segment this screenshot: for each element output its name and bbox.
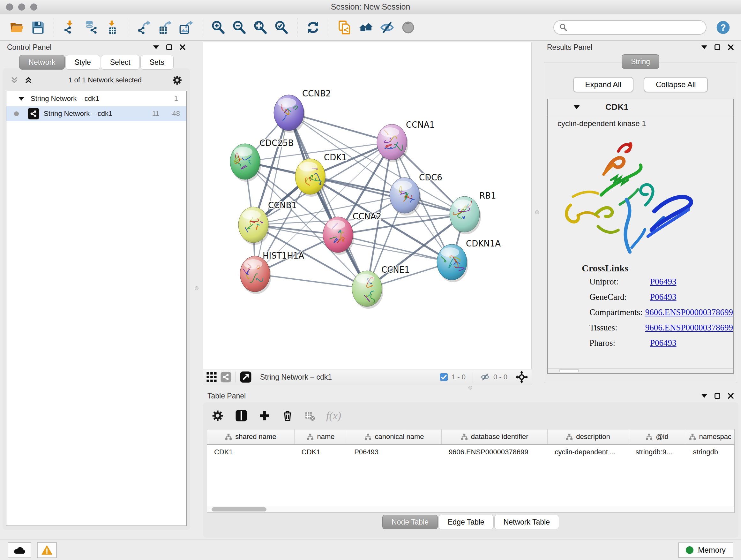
float-panel-icon[interactable] <box>714 393 721 399</box>
network-node-CDK1[interactable] <box>295 159 327 197</box>
birds-eye-grid-icon[interactable] <box>206 372 217 382</box>
network-options-gear-icon[interactable] <box>172 75 183 85</box>
zoom-in-button[interactable] <box>209 18 227 37</box>
results-scrollbar[interactable] <box>548 368 733 373</box>
left-splitter-grip[interactable] <box>195 287 199 290</box>
import-network-button[interactable] <box>61 18 79 37</box>
bottom-splitter-grip[interactable] <box>468 386 472 389</box>
crosslink-label: Compartments: <box>590 307 645 317</box>
panel-menu-icon[interactable] <box>701 394 707 398</box>
compartments-link[interactable]: 9606.ENSP00000378699 <box>645 307 733 317</box>
search-icon <box>559 23 567 32</box>
genecard-link[interactable]: P06493 <box>650 292 677 302</box>
home-button[interactable] <box>357 18 375 37</box>
network-collection-row[interactable]: String Network – cdk1 1 <box>6 91 186 106</box>
help-button[interactable]: ? <box>716 20 731 35</box>
zoom-window-button[interactable] <box>30 3 37 10</box>
tab-node-table[interactable]: Node Table <box>382 515 438 530</box>
search-input[interactable] <box>570 23 701 32</box>
network-node-CCNA1[interactable] <box>377 124 408 162</box>
column-header-description[interactable]: description <box>548 429 628 444</box>
network-node-CCNE1[interactable] <box>352 271 383 309</box>
warning-status-button[interactable] <box>37 542 57 558</box>
zoom-out-button[interactable] <box>230 18 248 37</box>
expand-all-button[interactable]: Expand All <box>573 77 633 92</box>
close-window-button[interactable] <box>6 3 13 10</box>
close-panel-icon[interactable] <box>179 44 186 51</box>
gene-card-header[interactable]: CDK1 <box>548 99 733 115</box>
import-network-from-database-button[interactable] <box>82 18 100 37</box>
export-image-icon <box>179 20 193 35</box>
create-column-plus-icon[interactable] <box>259 410 271 422</box>
apply-layout-button[interactable] <box>304 18 322 37</box>
network-node-CCNB1[interactable] <box>239 207 270 245</box>
tab-sets[interactable]: Sets <box>140 55 174 70</box>
column-header-name[interactable]: name <box>294 429 347 444</box>
export-network-button[interactable] <box>135 18 153 37</box>
expand-all-icon[interactable] <box>24 76 32 84</box>
network-edge[interactable] <box>255 113 289 274</box>
show-graphics-details-button[interactable] <box>399 18 417 37</box>
tab-network[interactable]: Network <box>19 55 64 70</box>
function-builder-fx-disabled: f(x) <box>326 410 341 422</box>
table-horizontal-scrollbar[interactable] <box>207 506 734 512</box>
collapse-all-button[interactable]: Collapse All <box>644 77 708 92</box>
table-options-gear-icon[interactable] <box>211 409 224 422</box>
collection-expand-icon[interactable] <box>18 97 24 101</box>
node-label: CCNA2 <box>353 212 381 221</box>
tab-string-results[interactable]: String <box>622 54 659 69</box>
column-header-canonical-name[interactable]: canonical name <box>347 429 442 444</box>
tab-edge-table[interactable]: Edge Table <box>439 515 494 530</box>
column-header-namespace[interactable]: namespac <box>686 429 734 444</box>
float-panel-icon[interactable] <box>714 44 721 51</box>
network-node-CCNA2[interactable] <box>323 217 354 255</box>
save-session-button[interactable] <box>29 18 47 37</box>
delete-column-trash-icon[interactable] <box>281 410 293 422</box>
network-node-HIST1H1A[interactable] <box>240 256 271 294</box>
memory-button[interactable]: Memory <box>678 543 733 558</box>
tab-style[interactable]: Style <box>65 55 100 70</box>
network-canvas[interactable]: CCNB2CCNA1CDC25BCDK1CDC6RB1CCNB1CCNA2CDK… <box>203 42 532 369</box>
right-splitter-grip[interactable] <box>535 210 539 214</box>
pharos-link[interactable]: P06493 <box>650 338 677 348</box>
tab-network-table[interactable]: Network Table <box>494 515 559 530</box>
column-header-shared-name[interactable]: shared name <box>207 429 294 444</box>
network-node-RB1[interactable] <box>450 196 481 234</box>
show-columns-icon[interactable] <box>235 409 248 422</box>
crosslink-row: Uniprot: P06493 <box>548 277 733 287</box>
close-panel-icon[interactable] <box>728 44 734 51</box>
import-table-button[interactable] <box>103 18 121 37</box>
hide-unhide-button[interactable] <box>378 18 396 37</box>
tissues-link[interactable]: 9606.ENSP00000378699 <box>645 323 733 333</box>
panel-menu-icon[interactable] <box>153 45 159 49</box>
table-scrollbar-thumb[interactable] <box>212 507 266 511</box>
network-edge[interactable] <box>289 113 367 289</box>
open-session-button[interactable] <box>8 18 26 37</box>
string-badge-icon[interactable] <box>220 371 232 383</box>
export-image-button[interactable] <box>177 18 195 37</box>
network-row-selected[interactable]: String Network – cdk1 11 48 <box>6 106 186 121</box>
gene-expand-icon[interactable] <box>574 105 580 109</box>
fit-content-crosshair-icon[interactable] <box>515 370 529 384</box>
table-row[interactable]: CDK1 CDK1 P06493 9606.ENSP00000378699 cy… <box>207 445 734 459</box>
column-header-database-identifier[interactable]: database identifier <box>442 429 548 444</box>
uniprot-link[interactable]: P06493 <box>650 277 677 287</box>
minimize-window-button[interactable] <box>18 3 25 10</box>
results-scrollbar-thumb[interactable] <box>559 369 579 372</box>
export-table-button[interactable] <box>156 18 174 37</box>
network-node-CDKN1A[interactable] <box>437 244 468 282</box>
zoom-selected-button[interactable] <box>272 18 290 37</box>
collapse-all-icon[interactable] <box>10 76 18 84</box>
close-panel-icon[interactable] <box>728 393 734 399</box>
zoom-fit-button[interactable] <box>251 18 269 37</box>
cloud-status-button[interactable] <box>8 542 31 558</box>
column-header-id[interactable]: @id <box>628 429 686 444</box>
open-in-new-window-icon[interactable] <box>240 371 252 383</box>
tab-select[interactable]: Select <box>101 55 140 70</box>
panel-menu-icon[interactable] <box>701 45 707 49</box>
network-edge[interactable] <box>255 274 367 289</box>
network-node-CDC6[interactable] <box>390 178 421 215</box>
float-panel-icon[interactable] <box>166 44 172 51</box>
clone-network-button[interactable] <box>336 18 354 37</box>
network-node-CCNB2[interactable] <box>274 95 305 133</box>
